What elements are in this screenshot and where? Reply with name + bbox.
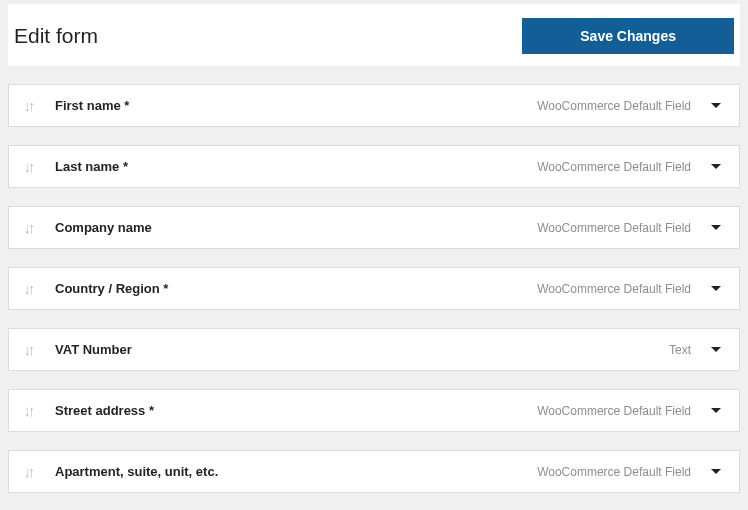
expand-toggle-icon[interactable] [709, 346, 723, 354]
field-row[interactable]: ↓↑Country / Region *WooCommerce Default … [8, 267, 740, 310]
field-row[interactable]: ↓↑Street address *WooCommerce Default Fi… [8, 389, 740, 432]
drag-handle-icon[interactable]: ↓↑ [19, 97, 37, 114]
field-label: Last name * [55, 159, 537, 174]
field-type-label: WooCommerce Default Field [537, 99, 691, 113]
field-label: Street address * [55, 403, 537, 418]
drag-handle-icon[interactable]: ↓↑ [19, 463, 37, 480]
page-header: Edit form Save Changes [8, 4, 740, 66]
field-row[interactable]: ↓↑First name *WooCommerce Default Field [8, 84, 740, 127]
drag-handle-icon[interactable]: ↓↑ [19, 402, 37, 419]
page-title: Edit form [14, 24, 98, 48]
field-row[interactable]: ↓↑Last name *WooCommerce Default Field [8, 145, 740, 188]
field-label: Apartment, suite, unit, etc. [55, 464, 537, 479]
expand-toggle-icon[interactable] [709, 285, 723, 293]
drag-handle-icon[interactable]: ↓↑ [19, 280, 37, 297]
expand-toggle-icon[interactable] [709, 468, 723, 476]
field-type-label: WooCommerce Default Field [537, 160, 691, 174]
fields-list: ↓↑First name *WooCommerce Default Field↓… [8, 84, 740, 493]
expand-toggle-icon[interactable] [709, 224, 723, 232]
save-changes-button[interactable]: Save Changes [522, 18, 734, 54]
field-row[interactable]: ↓↑Apartment, suite, unit, etc.WooCommerc… [8, 450, 740, 493]
field-type-label: WooCommerce Default Field [537, 465, 691, 479]
field-type-label: Text [669, 343, 691, 357]
drag-handle-icon[interactable]: ↓↑ [19, 158, 37, 175]
field-label: Company name [55, 220, 537, 235]
field-label: VAT Number [55, 342, 669, 357]
field-row[interactable]: ↓↑Company nameWooCommerce Default Field [8, 206, 740, 249]
drag-handle-icon[interactable]: ↓↑ [19, 219, 37, 236]
field-type-label: WooCommerce Default Field [537, 221, 691, 235]
expand-toggle-icon[interactable] [709, 102, 723, 110]
field-row[interactable]: ↓↑VAT NumberText [8, 328, 740, 371]
field-type-label: WooCommerce Default Field [537, 404, 691, 418]
expand-toggle-icon[interactable] [709, 407, 723, 415]
expand-toggle-icon[interactable] [709, 163, 723, 171]
field-label: Country / Region * [55, 281, 537, 296]
field-label: First name * [55, 98, 537, 113]
drag-handle-icon[interactable]: ↓↑ [19, 341, 37, 358]
field-type-label: WooCommerce Default Field [537, 282, 691, 296]
